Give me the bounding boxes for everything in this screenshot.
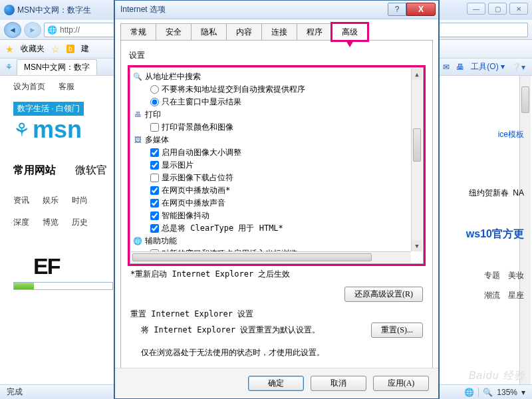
mail-icon[interactable]: ✉: [443, 63, 450, 72]
dialog-tab-高级[interactable]: 高级: [332, 23, 368, 41]
cat-link[interactable]: 博览: [43, 217, 59, 228]
zoom-icon[interactable]: 🔍: [483, 388, 493, 397]
dialog-tab-隐私[interactable]: 隐私: [191, 23, 227, 41]
reset-button[interactable]: 重置(S)...: [371, 323, 423, 338]
reset-heading: 重置 Internet Explorer 设置: [128, 309, 426, 323]
reset-note: 仅在浏览器处于无法使用的状态时，才使用此设置。: [128, 343, 426, 361]
cat-link[interactable]: 历史: [72, 217, 88, 228]
print-icon[interactable]: 🖶: [456, 63, 464, 72]
option-checkbox[interactable]: [150, 199, 159, 207]
tree-option[interactable]: 智能图像抖动: [142, 209, 422, 222]
tree-category: 🖶打印: [133, 108, 422, 121]
dialog-tab-内容[interactable]: 内容: [226, 23, 262, 41]
apply-button[interactable]: 应用(A): [373, 376, 429, 391]
star-icon: ☆: [51, 44, 60, 55]
internet-options-dialog: Internet 选项 ? X 常规安全隐私内容连接程序高级 设置 🔍从地址栏中…: [114, 0, 439, 399]
forward-button[interactable]: ►: [24, 22, 41, 38]
option-checkbox[interactable]: [150, 161, 159, 170]
zoom-value[interactable]: 135%: [497, 388, 517, 397]
dialog-close-button[interactable]: X: [406, 3, 436, 16]
tree-category: 🖼多媒体: [133, 134, 422, 146]
option-label: 总是将 ClearType 用于 HTML*: [162, 222, 283, 235]
dialog-tab-程序[interactable]: 程序: [297, 23, 332, 41]
option-checkbox[interactable]: [150, 174, 159, 182]
ny-text: 纽约贺新春: [469, 188, 509, 198]
help-icon[interactable]: ❔▾: [511, 63, 525, 72]
category-label: 辅助功能: [145, 235, 177, 247]
office-link[interactable]: ice模板: [498, 129, 524, 140]
browser-tab[interactable]: MSN中文网：数字: [17, 59, 97, 75]
option-checkbox[interactable]: [150, 148, 159, 157]
ms-link[interactable]: 微软官: [71, 164, 107, 176]
tree-option[interactable]: 不要将未知地址提交到自动搜索提供程序: [142, 83, 422, 96]
option-checkbox[interactable]: [150, 186, 159, 195]
cat-link[interactable]: 美妆: [508, 270, 524, 281]
internet-zone-icon: 🌐: [464, 388, 474, 397]
tree-vscrollbar[interactable]: ▲ ▼: [411, 68, 422, 251]
scroll-up-icon[interactable]: ▲: [412, 68, 422, 80]
option-checkbox[interactable]: [150, 224, 159, 233]
tree-option[interactable]: 显示图像下载占位符: [142, 172, 422, 184]
tree-hscrollbar[interactable]: [131, 251, 411, 263]
ie-title-text: MSN中文网：数字生: [17, 5, 91, 16]
ie-logo-icon: [4, 5, 15, 15]
tree-option[interactable]: 在网页中播放声音: [142, 197, 422, 209]
fav-item[interactable]: 建: [81, 43, 89, 55]
tree-option[interactable]: 启用自动图像大小调整: [142, 146, 422, 159]
option-label: 启用自动图像大小调整: [162, 146, 241, 159]
restart-note: *重新启动 Internet Explorer 之后生效: [128, 266, 426, 285]
option-label: 显示图像下载占位符: [162, 172, 233, 184]
cat-link[interactable]: 深度: [13, 217, 29, 228]
cat-link[interactable]: 专题: [484, 270, 500, 281]
cat-link[interactable]: 潮流: [484, 290, 500, 301]
settings-tree-highlight: 🔍从地址栏中搜索不要将未知地址提交到自动搜索提供程序只在主窗口中显示结果🖶打印打…: [128, 65, 426, 266]
option-checkbox[interactable]: [150, 211, 159, 220]
zoom-dropdown-icon[interactable]: ▾: [521, 388, 525, 397]
option-label: 不要将未知地址提交到自动搜索提供程序: [162, 83, 305, 96]
ws10-link[interactable]: ws10官方更: [466, 228, 524, 239]
cancel-button[interactable]: 取消: [311, 376, 366, 391]
tree-option[interactable]: 只在主窗口中显示结果: [142, 96, 422, 108]
close-button[interactable]: ✕: [509, 3, 528, 15]
cat-link[interactable]: 资讯: [13, 195, 29, 206]
option-label: 只在主窗口中显示结果: [162, 96, 241, 108]
progress-bar: [13, 282, 113, 290]
cat-link[interactable]: 娱乐: [43, 195, 59, 206]
ok-button[interactable]: 确定: [248, 376, 304, 391]
access-icon: 🌐: [133, 237, 142, 246]
cat-link[interactable]: 时尚: [72, 195, 88, 206]
dialog-tab-连接[interactable]: 连接: [261, 23, 297, 41]
dialog-title: Internet 选项: [120, 4, 166, 15]
butterfly-icon: ⚘: [0, 119, 30, 141]
tools-menu[interactable]: 工具(O) ▾: [471, 61, 505, 72]
maximize-button[interactable]: ▢: [488, 3, 507, 15]
tree-option[interactable]: 总是将 ClearType 用于 HTML*: [142, 222, 422, 235]
kefu-link[interactable]: 客服: [59, 81, 74, 92]
dialog-tab-常规[interactable]: 常规: [120, 23, 156, 41]
option-radio[interactable]: [150, 85, 159, 94]
option-radio[interactable]: [150, 98, 159, 106]
option-checkbox[interactable]: [150, 123, 159, 132]
dialog-tabs: 常规安全隐私内容连接程序高级: [115, 19, 438, 41]
scroll-thumb[interactable]: [132, 253, 372, 261]
tree-option[interactable]: 在网页中播放动画*: [142, 184, 422, 197]
dialog-tab-安全[interactable]: 安全: [156, 23, 192, 41]
minimize-button[interactable]: —: [467, 3, 485, 15]
back-button[interactable]: ◄: [4, 22, 21, 38]
scroll-thumb[interactable]: [413, 128, 421, 162]
option-label: 显示图片: [162, 159, 194, 172]
favorites-label[interactable]: 收藏夹: [21, 43, 45, 55]
set-home-link[interactable]: 设为首页: [13, 81, 45, 92]
tree-category: 🔍从地址栏中搜索: [133, 70, 422, 83]
scroll-down-icon[interactable]: ▼: [412, 240, 422, 251]
settings-tree[interactable]: 🔍从地址栏中搜索不要将未知地址提交到自动搜索提供程序只在主窗口中显示结果🖶打印打…: [130, 67, 424, 264]
restore-defaults-button[interactable]: 还原高级设置(R): [344, 287, 423, 302]
dialog-help-button[interactable]: ?: [388, 3, 406, 16]
print-icon: 🖶: [133, 110, 142, 120]
tree-option[interactable]: 打印背景颜色和图像: [142, 121, 422, 134]
star-icon: ★: [5, 44, 14, 55]
cat-link[interactable]: 星座: [508, 290, 524, 301]
tree-option[interactable]: 显示图片: [142, 159, 422, 172]
reset-text: 将 Internet Explorer 设置重置为默认设置。: [141, 325, 363, 336]
url-text: http://: [60, 25, 80, 35]
